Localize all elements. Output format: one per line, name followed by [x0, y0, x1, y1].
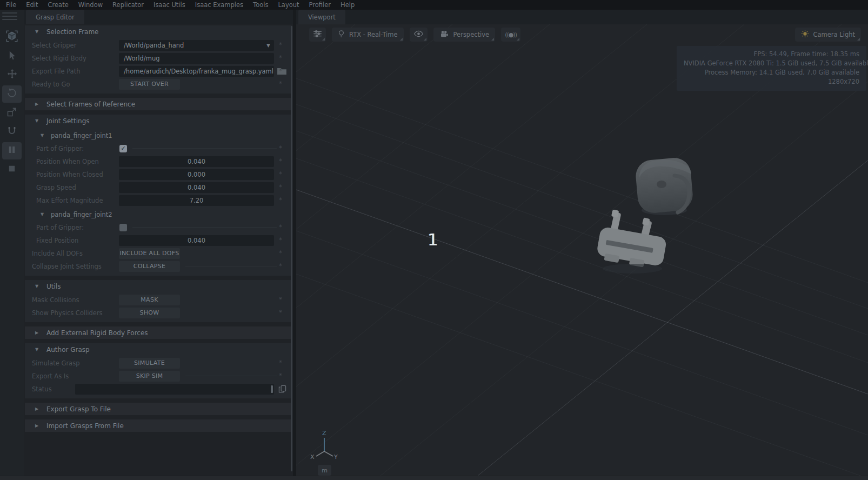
section-export-grasp-to-file: ▶Export Grasp To File [25, 403, 292, 415]
menu-layout[interactable]: Layout [273, 0, 304, 10]
section-header-joint-settings[interactable]: ▼Joint Settings [25, 115, 292, 127]
mug-object[interactable] [635, 157, 694, 215]
menu-window[interactable]: Window [74, 0, 108, 10]
section-header-selection-frame[interactable]: ▼Selection Frame [25, 25, 292, 38]
control-grasp-speed: 0.040 [119, 182, 292, 193]
tool-stop[interactable] [2, 161, 22, 178]
reset-default-button[interactable]: * [279, 223, 282, 231]
viewport-tab-bar: Viewport [296, 10, 868, 24]
visibility-button[interactable] [410, 28, 428, 42]
section-title: Import Grasps From File [46, 422, 124, 430]
subsection-panda-finger-joint1[interactable]: ▼panda_finger_joint1 [25, 130, 292, 141]
menu-isaac-utils[interactable]: Isaac Utils [149, 0, 190, 10]
row-export-as-is: Export As IsSKIP SIM* [25, 370, 292, 382]
button-show[interactable]: SHOW [119, 308, 180, 318]
reset-default-button[interactable]: * [279, 80, 282, 88]
section-header-add-external-rigid-body-forces[interactable]: ▶Add External Rigid Body Forces [25, 326, 292, 339]
menu-help[interactable]: Help [336, 0, 359, 10]
reset-default-button[interactable]: * [279, 157, 282, 165]
label-fixed-position: Fixed Position [25, 237, 119, 244]
tool-pause[interactable] [2, 142, 22, 159]
reset-default-button[interactable]: * [279, 41, 282, 49]
menu-file[interactable]: File [1, 0, 21, 10]
label-part-of-gripper: Part of Gripper: [25, 145, 119, 152]
camera-select-button[interactable]: Perspective [433, 28, 496, 42]
reset-default-button[interactable]: * [279, 359, 282, 366]
menu-isaac-examples[interactable]: Isaac Examples [190, 0, 248, 10]
tool-select[interactable] [2, 48, 22, 65]
field-position-when-closed[interactable]: 0.000 [119, 169, 274, 180]
tool-scale[interactable] [2, 104, 22, 122]
control-fixed-position: 0.040 [119, 235, 292, 246]
tool-snap[interactable] [2, 123, 22, 141]
reset-default-button[interactable]: * [279, 249, 282, 257]
reset-default-button[interactable]: * [279, 144, 282, 152]
field-position-when-open[interactable]: 0.040 [119, 156, 274, 167]
section-header-utils[interactable]: ▼Utils [25, 280, 292, 292]
checkbox-part-of-gripper[interactable] [119, 224, 127, 231]
checkbox-part-of-gripper[interactable]: ✓ [119, 145, 127, 152]
reset-default-button[interactable]: * [279, 309, 282, 316]
section-header-select-frames-of-reference[interactable]: ▶Select Frames of Reference [25, 98, 292, 110]
value-grasp-speed: 0.040 [188, 184, 205, 191]
panel-scrollbar[interactable] [291, 26, 292, 471]
reset-default-button[interactable]: * [279, 67, 282, 75]
field-fixed-position[interactable]: 0.040 [119, 235, 274, 246]
copy-status-button[interactable] [278, 385, 286, 393]
triangle-down-icon: ▼ [35, 284, 41, 289]
menu-create[interactable]: Create [43, 0, 74, 10]
section-author-grasp: ▼Author GraspSimulate GraspSIMULATE*Expo… [25, 343, 292, 398]
section-header-export-grasp-to-file[interactable]: ▶Export Grasp To File [25, 403, 292, 415]
dropdown-select-gripper[interactable]: /World/panda_hand▼ [119, 40, 274, 51]
lightbulb-icon [338, 30, 345, 39]
section-header-import-grasps-from-file[interactable]: ▶Import Grasps From File [25, 419, 292, 432]
reset-default-button[interactable]: * [279, 54, 282, 62]
field-grasp-speed[interactable]: 0.040 [119, 182, 274, 193]
tool-rotate[interactable] [2, 85, 22, 103]
axis-z-label: Z [322, 430, 326, 437]
field-max-effort-magnitude[interactable]: 7.20 [119, 195, 274, 206]
tab-viewport[interactable]: Viewport [298, 10, 345, 24]
section-header-author-grasp[interactable]: ▼Author Grasp [25, 343, 292, 356]
status-field[interactable] [75, 384, 274, 395]
menu-tools[interactable]: Tools [248, 0, 273, 10]
reset-default-button[interactable]: * [279, 183, 282, 191]
field-export-file-path[interactable]: /home/arudich/Desktop/franka_mug_grasp.y… [119, 66, 274, 77]
reset-default-button[interactable]: * [279, 262, 282, 270]
subsection-panda-finger-joint2[interactable]: ▼panda_finger_joint2 [25, 209, 292, 220]
viewport-3d[interactable]: Z X Y [296, 24, 868, 476]
button-skip-sim[interactable]: SKIP SIM [119, 371, 180, 382]
panel-drag-handle[interactable] [0, 10, 19, 24]
row-collapse-joint-settings: Collapse Joint SettingsCOLLAPSE* [25, 261, 292, 272]
row-max-effort-magnitude: Max Effort Magnitude7.20* [25, 195, 292, 206]
button-collapse[interactable]: COLLAPSE [119, 261, 180, 272]
row-export-file-path: Export File Path/home/arudich/Desktop/fr… [25, 65, 292, 77]
reset-default-button[interactable]: * [279, 372, 282, 379]
viewport-settings-button[interactable] [309, 28, 326, 42]
button-simulate[interactable]: SIMULATE [119, 358, 180, 369]
reset-default-button[interactable]: * [279, 196, 282, 204]
tab-grasp-editor[interactable]: Grasp Editor [26, 10, 84, 24]
units-button[interactable]: m [318, 465, 331, 476]
button-start-over[interactable]: START OVER [119, 79, 180, 90]
menu-edit[interactable]: Edit [21, 0, 43, 10]
reset-default-button[interactable]: * [279, 296, 282, 303]
gripper-object[interactable] [596, 209, 667, 274]
button-mask[interactable]: MASK [119, 295, 180, 305]
triangle-down-icon: ▼ [41, 133, 46, 138]
reset-default-button[interactable]: * [279, 236, 282, 244]
field-select-rigid-body[interactable]: /World/mug [119, 53, 274, 64]
row-position-when-open: Position When Open0.040* [25, 156, 292, 167]
broadcast-button[interactable]: ((●)) [501, 28, 520, 42]
camera-light-button[interactable]: Camera Light [795, 28, 862, 42]
reset-default-button[interactable]: * [279, 170, 282, 178]
menu-profiler[interactable]: Profiler [304, 0, 336, 10]
field-scrollbar[interactable] [271, 385, 273, 393]
render-mode-button[interactable]: RTX - Real-Time [332, 28, 404, 42]
tool-move[interactable] [2, 66, 22, 84]
button-include-all-dofs[interactable]: INCLUDE ALL DOFS [119, 248, 180, 259]
render-mode-label: RTX - Real-Time [349, 31, 398, 38]
menu-replicator[interactable]: Replicator [108, 0, 149, 10]
tool-selection-mode[interactable] [2, 29, 22, 46]
value-select-rigid-body: /World/mug [124, 55, 160, 62]
